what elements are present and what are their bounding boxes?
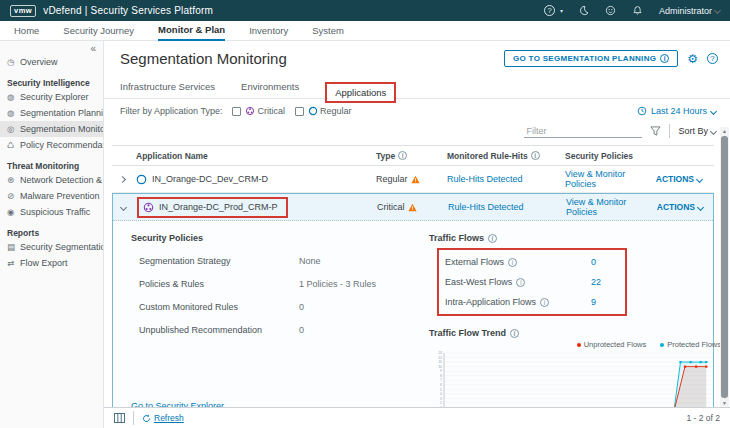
go-to-segmentation-planning-button[interactable]: GO TO SEGMENTATION PLANNING i bbox=[504, 50, 678, 67]
scroll-down-icon[interactable]: ▼ bbox=[722, 399, 727, 407]
traffic-flows-title: Traffic Flows bbox=[429, 233, 484, 243]
critical-checkbox[interactable] bbox=[232, 107, 241, 116]
table-row[interactable]: IN_Orange-DC_Dev_CRM-D Regular Rule-Hits… bbox=[112, 166, 714, 193]
filter-funnel-icon[interactable] bbox=[650, 126, 661, 136]
notifications-bell-icon[interactable] bbox=[632, 5, 644, 17]
sidebar-item-segmentation-monitoring[interactable]: ◎ Segmentation Monitoring bbox=[0, 121, 103, 137]
external-flows-value[interactable]: 0 bbox=[591, 257, 619, 267]
sidebar-group-security-intelligence: Security Intelligence bbox=[0, 70, 103, 89]
svg-text:6: 6 bbox=[440, 383, 442, 387]
policies-rules-link[interactable]: 1 Policies - 3 Rules bbox=[299, 279, 376, 289]
tab-applications[interactable]: Applications bbox=[325, 82, 396, 103]
rule-hits-link[interactable]: Rule-Hits Detected bbox=[447, 174, 565, 184]
chevron-down-icon bbox=[696, 175, 703, 182]
sort-by-dropdown[interactable]: Sort By bbox=[678, 126, 716, 136]
refresh-button[interactable]: Refresh bbox=[142, 413, 184, 423]
rule-hits-link[interactable]: Rule-Hits Detected bbox=[448, 202, 566, 212]
segmentation-planning-icon: ◍ bbox=[7, 108, 16, 118]
column-header-type[interactable]: Type bbox=[376, 151, 395, 161]
sidebar-item-overview[interactable]: ◷ Overview bbox=[0, 54, 103, 70]
overview-icon: ◷ bbox=[7, 57, 16, 67]
column-header-application-name[interactable]: Application Name bbox=[136, 151, 376, 161]
help-icon[interactable]: ? bbox=[544, 5, 555, 16]
nav-inventory[interactable]: Inventory bbox=[249, 21, 288, 41]
page-help-icon[interactable]: ? bbox=[707, 53, 718, 64]
user-menu[interactable]: Administrator bbox=[659, 6, 720, 16]
column-header-rule-hits[interactable]: Monitored Rule-Hits bbox=[447, 151, 528, 161]
scrollbar-thumb[interactable] bbox=[721, 136, 728, 398]
info-icon: i bbox=[398, 151, 407, 160]
primary-nav: Home Security Journey Monitor & Plan Inv… bbox=[0, 21, 730, 41]
detail-row: Policies & Rules 1 Policies - 3 Rules bbox=[139, 279, 411, 289]
flow-row: Intra-Application Flowsi 9 bbox=[445, 292, 619, 312]
sidebar-item-policy-recommendations[interactable]: ♺ Policy Recommendations bbox=[0, 137, 103, 153]
tab-infrastructure-services[interactable]: Infrastructure Services bbox=[120, 81, 215, 98]
view-monitor-policies-link[interactable]: View & Monitor Policies bbox=[566, 197, 654, 217]
policy-recommendations-icon: ♺ bbox=[7, 140, 16, 150]
collapse-chevron-icon[interactable] bbox=[120, 203, 127, 210]
svg-text:4: 4 bbox=[440, 392, 442, 396]
security-policies-title: Security Policies bbox=[131, 233, 411, 243]
view-monitor-policies-link[interactable]: View & Monitor Policies bbox=[565, 169, 653, 189]
info-icon: i bbox=[516, 278, 525, 287]
segmentation-monitoring-icon: ◎ bbox=[7, 124, 16, 134]
vertical-scrollbar[interactable]: ▲ ▼ bbox=[720, 127, 729, 407]
svg-text:7: 7 bbox=[440, 378, 442, 382]
settings-gear-icon[interactable]: ⚙ bbox=[687, 53, 698, 65]
time-range-dropdown[interactable]: Last 24 Hours bbox=[637, 106, 716, 116]
column-header-security-policies[interactable]: Security Policies bbox=[565, 151, 653, 161]
sidebar-item-segmentation-planning[interactable]: ◍ Segmentation Planning bbox=[0, 105, 103, 121]
filter-input[interactable] bbox=[524, 125, 642, 138]
warning-icon bbox=[408, 203, 417, 212]
regular-checkbox[interactable] bbox=[295, 107, 304, 116]
info-icon: i bbox=[531, 151, 540, 160]
info-icon: i bbox=[488, 234, 497, 243]
intra-application-flows-value[interactable]: 9 bbox=[591, 297, 619, 307]
svg-text:13: 13 bbox=[438, 351, 442, 355]
svg-text:8: 8 bbox=[440, 374, 442, 378]
feedback-smiley-icon[interactable] bbox=[605, 5, 617, 17]
info-icon: i bbox=[510, 329, 519, 338]
east-west-flows-value[interactable]: 22 bbox=[591, 277, 619, 287]
svg-text:2: 2 bbox=[440, 401, 442, 405]
critical-filter[interactable]: Critical bbox=[232, 106, 285, 116]
column-picker-icon[interactable] bbox=[114, 413, 125, 423]
sidebar-item-security-explorer[interactable]: ◍ Security Explorer bbox=[0, 89, 103, 105]
scroll-up-icon[interactable]: ▲ bbox=[722, 127, 727, 135]
sidebar-group-reports: Reports bbox=[0, 220, 103, 239]
warning-icon bbox=[411, 175, 420, 184]
table-row[interactable]: IN_Orange-DC_Prod_CRM-P Critical Rule-Hi… bbox=[113, 194, 713, 221]
sidebar-item-suspicious-traffic[interactable]: ◉ Suspicious Traffic bbox=[0, 204, 103, 220]
actions-dropdown[interactable]: ACTIONS bbox=[654, 202, 707, 212]
user-name: Administrator bbox=[659, 6, 712, 16]
critical-app-icon bbox=[245, 106, 255, 116]
tab-environments[interactable]: Environments bbox=[241, 81, 299, 98]
flow-export-icon: ⇄ bbox=[7, 258, 16, 268]
expand-chevron-icon[interactable] bbox=[119, 175, 126, 182]
legend-dot bbox=[577, 343, 581, 347]
svg-text:3: 3 bbox=[440, 397, 442, 401]
sidebar-collapse-icon[interactable]: « bbox=[90, 43, 96, 54]
sidebar-item-malware-prevention[interactable]: ⊘ Malware Prevention bbox=[0, 188, 103, 204]
theme-moon-icon[interactable] bbox=[578, 5, 590, 17]
table-footer: Refresh 1 - 2 of 2 bbox=[104, 407, 730, 428]
network-detection-icon: ⊛ bbox=[7, 175, 16, 185]
nav-system[interactable]: System bbox=[312, 21, 344, 41]
traffic-flow-trend-title: Traffic Flow Trend bbox=[429, 328, 506, 338]
nav-monitor-plan[interactable]: Monitor & Plan bbox=[158, 21, 225, 41]
flow-row: East-West Flowsi 22 bbox=[445, 272, 619, 292]
actions-dropdown[interactable]: ACTIONS bbox=[653, 174, 706, 184]
help-caret-icon: ▾ bbox=[560, 7, 563, 14]
flow-row: External Flowsi 0 bbox=[445, 252, 619, 272]
sidebar-item-network-detection[interactable]: ⊛ Network Detection & Res... bbox=[0, 172, 103, 188]
chevron-down-icon bbox=[710, 107, 717, 114]
application-name: IN_Orange-DC_Prod_CRM-P bbox=[159, 202, 278, 212]
sidebar-group-threat-monitoring: Threat Monitoring bbox=[0, 153, 103, 172]
sidebar-item-security-segmentation-report[interactable]: ▤ Security Segmentation R... bbox=[0, 239, 103, 255]
nav-home[interactable]: Home bbox=[14, 21, 39, 41]
nav-security-journey[interactable]: Security Journey bbox=[63, 21, 134, 41]
regular-label: Regular bbox=[320, 106, 352, 116]
regular-filter[interactable]: Regular bbox=[295, 106, 352, 116]
sidebar-item-flow-export[interactable]: ⇄ Flow Export bbox=[0, 255, 103, 271]
regular-app-icon bbox=[308, 106, 318, 116]
